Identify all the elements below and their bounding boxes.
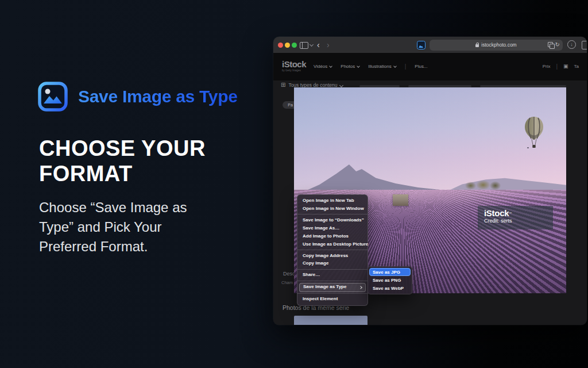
lock-icon bbox=[475, 44, 479, 47]
browser-toolbar: ‹ › istockphoto.com ↻ ↓ bbox=[273, 37, 587, 53]
menu-item-save-to-downloads[interactable]: Save Image to “Downloads” bbox=[297, 216, 368, 224]
chevron-down-icon bbox=[339, 83, 343, 87]
caption-text-fragment: Cham bbox=[281, 280, 293, 285]
submenu-save-as-jpg[interactable]: Save as JPG bbox=[369, 268, 411, 276]
series-thumbnail[interactable] bbox=[294, 316, 368, 325]
downloads-icon[interactable]: ↓ bbox=[567, 40, 576, 49]
sidebar-icon[interactable] bbox=[300, 42, 308, 49]
menu-separator bbox=[297, 293, 368, 294]
submenu-save-as-webp[interactable]: Save as WebP bbox=[369, 285, 411, 293]
hero-panel: Save Image as Type CHOOSE YOURFORMAT Cho… bbox=[0, 0, 273, 368]
istock-header: iStock by Getty Images Vidéos Photos Ill… bbox=[273, 53, 587, 80]
divider: | bbox=[556, 63, 558, 70]
photo-credit: Credit: serts bbox=[484, 218, 553, 224]
menu-item-share[interactable]: Share… bbox=[297, 271, 368, 279]
chevron-down-icon[interactable] bbox=[310, 43, 314, 47]
istock-logo[interactable]: iStock by Getty Images bbox=[282, 60, 306, 72]
menu-item-inspect-element[interactable]: Inspect Element bbox=[297, 296, 368, 304]
share-icon[interactable] bbox=[582, 41, 587, 49]
chevron-right-icon bbox=[359, 286, 362, 289]
url-text: istockphoto.com bbox=[481, 42, 516, 48]
zoom-window-button[interactable] bbox=[292, 43, 297, 48]
description-text-fragment: Desc bbox=[283, 271, 295, 277]
menu-separator bbox=[297, 214, 368, 214]
menu-item-save-image-as-type[interactable]: Save Image as Type bbox=[299, 283, 366, 292]
menu-separator bbox=[297, 269, 368, 270]
nav-pricing[interactable]: Prix bbox=[543, 64, 551, 69]
menu-item-add-to-photos[interactable]: Add Image to Photos bbox=[297, 232, 368, 240]
app-title: Save Image as Type bbox=[78, 87, 238, 106]
photo-trees bbox=[462, 178, 506, 191]
istock-watermark: iStock™ Credit: serts bbox=[478, 206, 553, 229]
nav-plus[interactable]: Plus... bbox=[415, 64, 427, 69]
site-nav: Vidéos Photos Illustrations | Plus... bbox=[314, 63, 428, 70]
menu-item-copy-address[interactable]: Copy Image Address bbox=[297, 252, 368, 260]
chevron-down-icon bbox=[329, 64, 332, 68]
menu-item-desktop-picture[interactable]: Use Image as Desktop Picture bbox=[297, 240, 368, 248]
nav-boards[interactable]: Ta bbox=[574, 64, 579, 69]
nav-photos[interactable]: Photos bbox=[341, 64, 359, 69]
minimize-window-button[interactable] bbox=[285, 43, 290, 48]
photo-stone-hut bbox=[393, 194, 408, 206]
close-window-button[interactable] bbox=[278, 43, 283, 48]
nav-illustrations[interactable]: Illustrations bbox=[368, 64, 396, 69]
menu-item-open-new-tab[interactable]: Open Image in New Tab bbox=[297, 197, 368, 205]
save-as-type-submenu: Save as JPG Save as PNG Save as WebP bbox=[368, 266, 412, 294]
safari-window: ‹ › istockphoto.com ↻ ↓ iStock by Getty … bbox=[273, 37, 587, 325]
grid-icon: ⊞ bbox=[281, 82, 285, 88]
menu-separator bbox=[297, 281, 368, 281]
chevron-down-icon bbox=[357, 64, 360, 68]
menu-item-copy-image[interactable]: Copy Image bbox=[297, 260, 368, 268]
app-image-icon bbox=[38, 82, 68, 112]
boards-icon[interactable]: ▣ bbox=[563, 64, 568, 69]
hero-description: Choose “Save Image as Type” and Pick You… bbox=[39, 198, 211, 256]
chevron-down-icon bbox=[393, 64, 397, 68]
menu-item-save-image-as[interactable]: Save Image As… bbox=[297, 224, 368, 232]
hero-heading: CHOOSE YOURFORMAT bbox=[39, 136, 206, 187]
hot-air-balloon bbox=[523, 116, 546, 150]
address-bar[interactable]: istockphoto.com ↻ bbox=[430, 40, 563, 51]
submenu-save-as-png[interactable]: Save as PNG bbox=[369, 276, 411, 284]
menu-separator bbox=[297, 250, 368, 250]
extension-image-icon[interactable] bbox=[417, 41, 425, 49]
context-menu: Open Image in New Tab Open Image in New … bbox=[297, 194, 368, 306]
mountain-glyph bbox=[419, 45, 423, 48]
site-nav-right: Prix | ▣ Ta bbox=[543, 63, 579, 70]
divider: | bbox=[405, 63, 407, 70]
page-copy-icon[interactable] bbox=[548, 42, 553, 47]
back-button[interactable]: ‹ bbox=[317, 40, 320, 50]
brand-row: Save Image as Type bbox=[38, 82, 238, 112]
reload-icon[interactable]: ↻ bbox=[555, 41, 560, 48]
menu-item-open-new-window[interactable]: Open Image in New Window bbox=[297, 205, 368, 213]
nav-videos[interactable]: Vidéos bbox=[314, 64, 332, 69]
forward-button[interactable]: › bbox=[327, 40, 330, 50]
